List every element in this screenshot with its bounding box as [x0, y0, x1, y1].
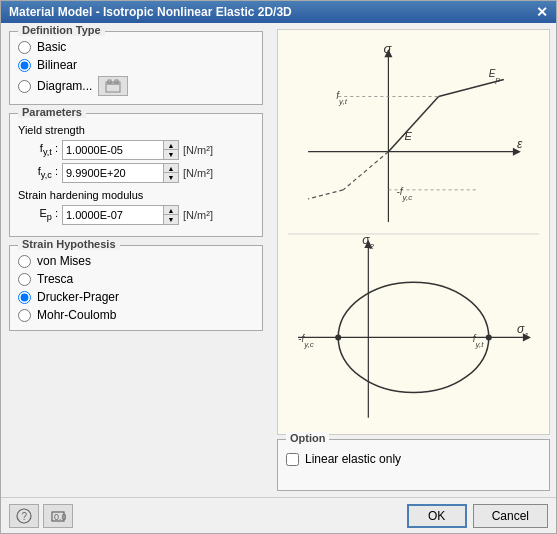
fyt-label: fy,t : — [18, 142, 58, 157]
reset-icon: 0.0 — [50, 508, 66, 524]
chart-svg: σ ε fy,t — [278, 30, 549, 434]
radio-von-mises-label: von Mises — [37, 254, 91, 268]
parameters-section: Parameters Yield strength fy,t : ▲ ▼ — [9, 113, 263, 237]
fyc-point — [335, 334, 341, 340]
fyc-up-btn[interactable]: ▲ — [164, 164, 178, 173]
parameters-label: Parameters — [18, 106, 86, 118]
radio-mohr-coulomb-label: Mohr-Coulomb — [37, 308, 116, 322]
option-row: Linear elastic only — [286, 452, 541, 466]
left-panel: Definition Type Basic Bilinear Diagram..… — [1, 23, 271, 497]
linear-elastic-checkbox[interactable] — [286, 453, 299, 466]
sigma-label: σ — [383, 41, 392, 56]
svg-text:?: ? — [22, 511, 28, 522]
definition-type-section: Definition Type Basic Bilinear Diagram..… — [9, 31, 263, 105]
title-bar: Material Model - Isotropic Nonlinear Ela… — [1, 1, 556, 23]
radio-von-mises[interactable]: von Mises — [18, 254, 254, 268]
cancel-button[interactable]: Cancel — [473, 504, 548, 528]
yield-strength-title: Yield strength — [18, 124, 254, 136]
strain-hardening-group: Strain hardening modulus Ep : ▲ ▼ [N/m²] — [18, 189, 254, 225]
radio-drucker-prager[interactable]: Drucker-Prager — [18, 290, 254, 304]
strain-hypothesis-label: Strain Hypothesis — [18, 238, 120, 250]
radio-bilinear-label: Bilinear — [37, 58, 77, 72]
ep-row: Ep : ▲ ▼ [N/m²] — [18, 205, 254, 225]
radio-tresca[interactable]: Tresca — [18, 272, 254, 286]
ep-input[interactable] — [63, 206, 163, 224]
strain-hardening-title: Strain hardening modulus — [18, 189, 254, 201]
radio-basic[interactable]: Basic — [18, 40, 254, 54]
right-panel: σ ε fy,t — [271, 23, 556, 497]
svg-text:0.0: 0.0 — [54, 512, 66, 522]
option-section-label: Option — [286, 432, 329, 444]
radio-diagram-label: Diagram... — [37, 79, 92, 93]
fyt-down-btn[interactable]: ▼ — [164, 150, 178, 159]
dialog-container: Material Model - Isotropic Nonlinear Ela… — [0, 0, 557, 534]
ep-spinner: ▲ ▼ — [163, 206, 178, 224]
radio-diagram[interactable]: Diagram... — [18, 79, 92, 93]
chart-area: σ ε fy,t — [277, 29, 550, 435]
option-section: Option Linear elastic only — [277, 439, 550, 491]
linear-elastic-label: Linear elastic only — [305, 452, 401, 466]
radio-basic-label: Basic — [37, 40, 66, 54]
epsilon-label: ε — [517, 137, 523, 151]
radio-basic-input[interactable] — [18, 41, 31, 54]
ep-input-group: ▲ ▼ — [62, 205, 179, 225]
fyc-spinner: ▲ ▼ — [163, 164, 178, 182]
fyt-input[interactable] — [63, 141, 163, 159]
reset-button[interactable]: 0.0 — [43, 504, 73, 528]
yield-strength-group: Yield strength fy,t : ▲ ▼ [N/m²] — [18, 124, 254, 183]
close-button[interactable]: ✕ — [536, 5, 548, 19]
help-button[interactable]: ? — [9, 504, 39, 528]
ok-button[interactable]: OK — [407, 504, 467, 528]
fyt-unit: [N/m²] — [183, 144, 213, 156]
ep-down-btn[interactable]: ▼ — [164, 215, 178, 224]
svg-rect-4 — [278, 41, 549, 422]
diagram-icon — [105, 79, 121, 93]
diagram-button[interactable] — [98, 76, 128, 96]
radio-mohr-coulomb-input[interactable] — [18, 309, 31, 322]
radio-diagram-input[interactable] — [18, 80, 31, 93]
bottom-right-buttons: OK Cancel — [407, 504, 548, 528]
definition-type-label: Definition Type — [18, 24, 105, 36]
fyt-row: fy,t : ▲ ▼ [N/m²] — [18, 140, 254, 160]
bottom-bar: ? 0.0 OK Cancel — [1, 497, 556, 533]
bottom-left-buttons: ? 0.0 — [9, 504, 73, 528]
ep-unit: [N/m²] — [183, 209, 213, 221]
fyt-spinner: ▲ ▼ — [163, 141, 178, 159]
radio-tresca-label: Tresca — [37, 272, 73, 286]
e-label: E — [404, 130, 412, 142]
fyc-input[interactable] — [63, 164, 163, 182]
radio-bilinear[interactable]: Bilinear — [18, 58, 254, 72]
fyc-down-btn[interactable]: ▼ — [164, 173, 178, 182]
fyt-up-btn[interactable]: ▲ — [164, 141, 178, 150]
fyc-row: fy,c : ▲ ▼ [N/m²] — [18, 163, 254, 183]
strain-hypothesis-radio-group: von Mises Tresca Drucker-Prager Mohr-Cou… — [18, 254, 254, 322]
fyc-input-group: ▲ ▼ — [62, 163, 179, 183]
diagram-row: Diagram... — [18, 76, 254, 96]
ep-up-btn[interactable]: ▲ — [164, 206, 178, 215]
definition-type-radio-group: Basic Bilinear Diagram... — [18, 40, 254, 96]
fyc-unit: [N/m²] — [183, 167, 213, 179]
fyc-label: fy,c : — [18, 165, 58, 180]
strain-hypothesis-section: Strain Hypothesis von Mises Tresca Druck… — [9, 245, 263, 331]
help-icon: ? — [16, 508, 32, 524]
ep-label: Ep : — [18, 207, 58, 222]
main-content: Definition Type Basic Bilinear Diagram..… — [1, 23, 556, 497]
fyt-point — [486, 334, 492, 340]
radio-drucker-prager-input[interactable] — [18, 291, 31, 304]
radio-tresca-input[interactable] — [18, 273, 31, 286]
radio-von-mises-input[interactable] — [18, 255, 31, 268]
radio-mohr-coulomb[interactable]: Mohr-Coulomb — [18, 308, 254, 322]
radio-bilinear-input[interactable] — [18, 59, 31, 72]
radio-drucker-prager-label: Drucker-Prager — [37, 290, 119, 304]
dialog-title: Material Model - Isotropic Nonlinear Ela… — [9, 5, 292, 19]
fyt-input-group: ▲ ▼ — [62, 140, 179, 160]
